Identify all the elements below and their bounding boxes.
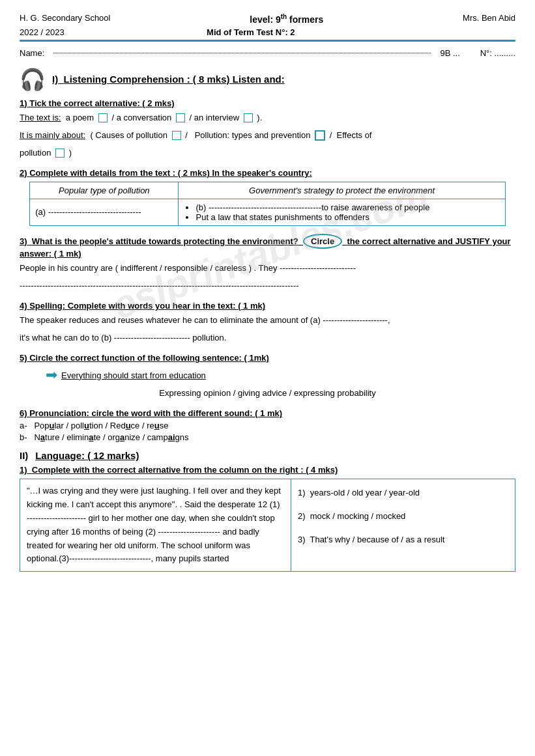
- q3-body: People in his country are ( indifferent …: [20, 261, 515, 275]
- bottom-table: "…I was crying and they were just laughi…: [20, 479, 515, 572]
- question-5: 5) Circle the correct function of the fo…: [20, 353, 515, 400]
- question-lang1: 1) Complete with the correct alternative…: [20, 465, 515, 572]
- option-3: 3) That's why / because of / as a result: [298, 531, 508, 548]
- option-2: 2) mock / mocking / mocked: [298, 508, 508, 525]
- circle-badge: Circle: [303, 234, 342, 249]
- q6-label: 6) Pronunciation: circle the word with t…: [20, 408, 515, 418]
- year-label: 2022 / 2023: [20, 27, 65, 37]
- question-6: 6) Pronunciation: circle the word with t…: [20, 408, 515, 442]
- q4-body1: The speaker reduces and reuses whatever …: [20, 313, 515, 328]
- q1-about: It is mainly about: ( Causes of pollutio…: [20, 128, 515, 143]
- arrow-icon: ➡: [46, 367, 57, 384]
- name-row: Name: 9B ... N°: .........: [20, 48, 515, 58]
- q4-label: 4) Spelling: Complete with words you hea…: [20, 301, 515, 311]
- row-b: (b) ------------------------------------…: [195, 203, 499, 212]
- q5-sentence: Everything should start from education: [61, 371, 206, 380]
- question-4: 4) Spelling: Complete with words you hea…: [20, 301, 515, 345]
- checkbox-conversation[interactable]: [176, 113, 185, 122]
- col1-header: Popular type of pollution: [30, 182, 179, 199]
- name-label: Name:: [20, 48, 44, 58]
- school-name: H. G. Secondary School: [20, 13, 110, 23]
- row-a: (a) ---------------------------------: [30, 199, 179, 225]
- q5-options: Expressing opinion / giving advice / exp…: [20, 386, 515, 400]
- col2-header: Government's strategy to protect the env…: [179, 182, 505, 199]
- test-title: Mid of Term Test N°: 2: [207, 27, 295, 37]
- section1-heading: I) Listening Comprehension : ( 8 mks) Li…: [52, 74, 285, 85]
- checkbox-poem[interactable]: [98, 113, 108, 122]
- question-1: 1) Tick the correct alternative: ( 2 mks…: [20, 98, 515, 160]
- q1-label: 1) Tick the correct alternative: ( 2 mks…: [20, 98, 515, 108]
- question-3: 3) What is the people's attitude towards…: [20, 234, 515, 293]
- q6-a: a- Popular / pollution / Reduce / reuse: [20, 421, 515, 430]
- teacher-name: Mrs. Ben Abid: [463, 13, 515, 23]
- q1-pollution: pollution ): [20, 146, 515, 160]
- checkbox-causes[interactable]: [172, 131, 181, 140]
- q3-dashes: ----------------------------------------…: [20, 279, 515, 293]
- q5-label: 5) Circle the correct function of the fo…: [20, 353, 515, 363]
- number-label: N°: .........: [480, 48, 515, 58]
- bottom-passage: "…I was crying and they were just laughi…: [20, 479, 291, 571]
- q6-b: b- Nature / eliminate / organize / campa…: [20, 432, 515, 442]
- question-2: 2) Complete with details from the text :…: [20, 168, 515, 226]
- page: eslprintables.com H. G. Secondary School…: [0, 0, 535, 756]
- pollution-table: Popular type of pollution Government's s…: [29, 182, 506, 226]
- q1-text-is: The text is: a poem / a conversation / a…: [20, 111, 515, 125]
- checkbox-interview[interactable]: [244, 113, 253, 122]
- section2-heading: II) Language: ( 12 marks): [20, 450, 515, 461]
- q4-body2: it's what he can do to (b) -------------…: [20, 331, 515, 345]
- headphones-icon: 🎧: [20, 67, 46, 92]
- checkbox-effects[interactable]: [55, 148, 65, 158]
- name-dots: [53, 53, 431, 53]
- level-title: level: 9th formers: [250, 13, 323, 25]
- lang1-label: 1) Complete with the correct alternative…: [20, 465, 515, 475]
- subheader: 2022 / 2023 Mid of Term Test N°: 2: [20, 27, 515, 37]
- q2-label: 2) Complete with details from the text :…: [20, 168, 515, 178]
- q3-label: 3) What is the people's attitude towards…: [20, 234, 515, 259]
- option-1: 1) years-old / old year / year-old: [298, 484, 508, 501]
- row-b-c: (b) ------------------------------------…: [179, 199, 505, 225]
- class-label: 9B ...: [440, 48, 459, 58]
- checkbox-types[interactable]: [315, 130, 325, 141]
- header: H. G. Secondary School level: 9th former…: [20, 13, 515, 25]
- row-law: Put a law that states punishments to off…: [195, 212, 499, 222]
- blue-divider: [20, 40, 515, 42]
- q5-sentence-row: ➡ Everything should start from education: [46, 367, 515, 384]
- bottom-options: 1) years-old / old year / year-old 2) mo…: [291, 479, 515, 571]
- section1-title: 🎧 I) Listening Comprehension : ( 8 mks) …: [20, 67, 515, 92]
